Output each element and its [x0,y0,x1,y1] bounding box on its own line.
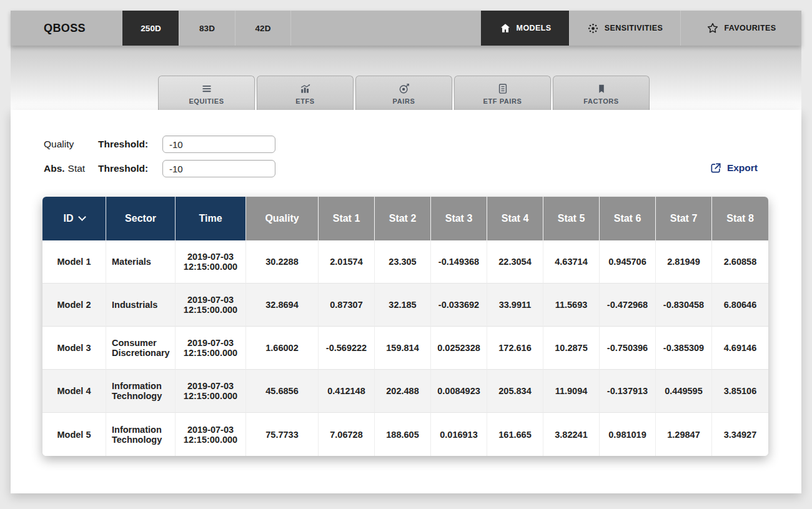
period-tabs: 250D 83D 42D [122,11,291,46]
sensitivities-sphere-icon [587,22,599,34]
table-cell: 4.63714 [543,240,600,284]
table-cell: -0.149368 [431,240,487,284]
tab-label: PAIRS [393,97,415,105]
app-logo: QBOSS [11,11,122,46]
column-header-stat-1[interactable]: Stat 1 [319,197,375,240]
table-cell: -0.830458 [656,284,712,327]
home-icon [500,22,511,34]
column-header-stat-3[interactable]: Stat 3 [431,197,487,240]
table-cell: 33.9911 [487,284,543,327]
column-header-stat-2[interactable]: Stat 2 [375,197,431,240]
column-header-id[interactable]: ID [42,197,106,240]
table-cell: 23.305 [375,240,431,284]
tab-label: FACTORS [583,97,619,105]
table-cell: 0.0084923 [431,370,487,413]
column-header-sector[interactable]: Sector [106,197,176,240]
table-cell: 11.9094 [543,370,600,413]
export-label: Export [727,162,758,174]
tab-label: EQUITIES [189,97,224,105]
tab-label: ETF PAIRS [483,97,522,105]
table-cell: 0.945706 [600,240,656,284]
table-cell: 0.87307 [319,284,375,327]
table-cell: 11.5693 [543,284,600,327]
label-text: Stat [68,163,86,174]
label-text: Threshold: [98,139,148,150]
content-panel: Quality Threshold: Abs. Stat Threshold: [11,110,801,493]
table-cell: Model 1 [42,240,106,284]
table-cell: 75.7733 [246,413,319,456]
table-row[interactable]: Model 4Information Technology2019-07-03 … [42,370,768,413]
table-cell: -0.033692 [431,284,487,327]
tab-pairs[interactable]: PAIRS [355,76,452,110]
nav-item-models[interactable]: MODELS [481,11,569,46]
table-cell: 161.665 [487,413,543,456]
category-tabs: EQUITIES ETFS PAIRS ETF PAIRS [158,76,650,110]
column-header-stat-8[interactable]: Stat 8 [712,197,768,240]
table-cell: 30.2288 [246,240,319,284]
column-header-stat-4[interactable]: Stat 4 [487,197,543,240]
tab-equities[interactable]: EQUITIES [158,76,255,110]
table-cell: 45.6856 [246,370,319,413]
table-cell: 22.3054 [487,240,543,284]
export-button[interactable]: Export [710,162,758,174]
table-cell: 0.449595 [656,370,712,413]
nav-item-label: SENSITIVITIES [605,24,663,32]
sort-chevron-down-icon [78,213,86,221]
table-cell: 2.60858 [712,240,768,284]
table-cell: Model 4 [42,370,106,413]
tab-83d[interactable]: 83D [179,11,235,46]
table-cell: 159.814 [375,327,431,370]
table-cell: -0.472968 [600,284,656,327]
tab-etfs[interactable]: ETFS [257,76,354,110]
abs-stat-threshold-input[interactable] [162,160,275,177]
table-cell: Information Technology [106,370,176,413]
table-cell: 188.605 [375,413,431,456]
tab-label: ETFS [295,97,315,105]
abs-stat-threshold-filter: Abs. Stat Threshold: [44,159,758,178]
table-cell: -0.750396 [600,327,656,370]
table-cell: 3.85106 [712,370,768,413]
top-navigation: QBOSS 250D 83D 42D MODELS SENS [11,11,801,46]
filters-area: Quality Threshold: Abs. Stat Threshold: [11,110,801,178]
nav-item-favourites[interactable]: FAVOURITES [680,11,801,46]
nav-item-label: MODELS [517,24,552,32]
table-cell: 2.81949 [656,240,712,284]
column-header-stat-5[interactable]: Stat 5 [543,197,600,240]
table-row[interactable]: Model 3Consumer Discretionary2019-07-03 … [42,327,768,370]
table-cell: 32.8694 [246,284,319,327]
table-row[interactable]: Model 1Materials2019-07-03 12:15:00.0003… [42,240,768,284]
table-cell: Consumer Discretionary [106,327,176,370]
table-row[interactable]: Model 5Information Technology2019-07-03 … [42,413,768,456]
column-header-time[interactable]: Time [176,197,246,240]
table-cell: -0.137913 [600,370,656,413]
table-cell: -0.385309 [656,327,712,370]
column-header-quality[interactable]: Quality [246,197,319,240]
table-cell: Model 5 [42,413,106,456]
table-cell: 6.80646 [712,284,768,327]
table-body: Model 1Materials2019-07-03 12:15:00.0003… [42,240,768,456]
tab-etf-pairs[interactable]: ETF PAIRS [454,76,551,110]
nav-item-sensitivities[interactable]: SENSITIVITIES [569,11,680,46]
tab-250d[interactable]: 250D [122,11,179,46]
table-cell: 205.834 [487,370,543,413]
table-cell: 172.616 [487,327,543,370]
column-header-stat-6[interactable]: Stat 6 [600,197,656,240]
quality-threshold-label: Quality Threshold: [44,139,162,150]
nav-item-label: FAVOURITES [725,24,776,32]
table-cell: 1.29847 [656,413,712,456]
table-row[interactable]: Model 2Industrials2019-07-03 12:15:00.00… [42,284,768,327]
app-window: QBOSS 250D 83D 42D MODELS SENS [11,11,801,493]
label-text: Quality [44,139,74,150]
list-icon [200,82,214,96]
table-cell: 4.69146 [712,327,768,370]
table-cell: 0.981019 [600,413,656,456]
tab-factors[interactable]: FACTORS [553,76,650,110]
tab-42d[interactable]: 42D [235,11,291,46]
models-table: IDSectorTimeQualityStat 1Stat 2Stat 3Sta… [42,197,768,456]
quality-threshold-input[interactable] [162,136,275,153]
table-cell: 0.0252328 [431,327,487,370]
table-cell: 2019-07-03 12:15:00.000 [176,327,246,370]
topbar-spacer [291,11,481,46]
column-header-stat-7[interactable]: Stat 7 [656,197,712,240]
table-cell: 2019-07-03 12:15:00.000 [176,240,246,284]
